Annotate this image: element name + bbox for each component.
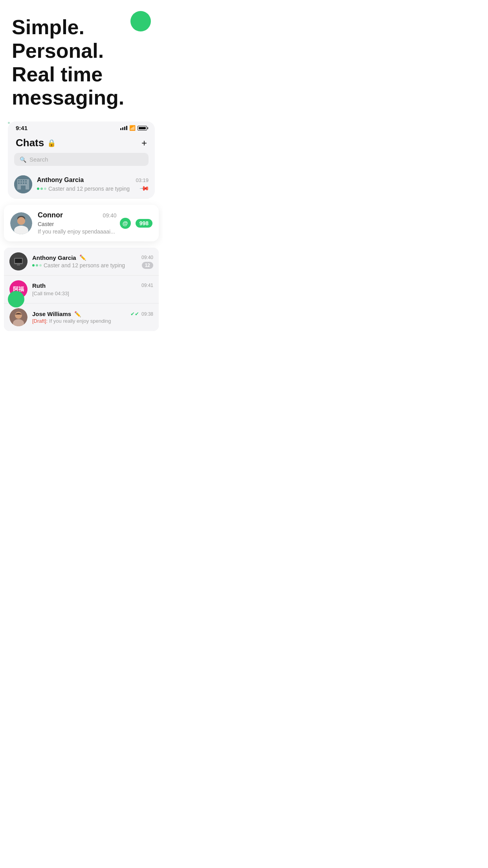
svg-rect-6 bbox=[18, 182, 20, 184]
hero-line1: Simple. bbox=[12, 16, 151, 39]
draft-preview: If you really enjoy spending bbox=[49, 318, 111, 324]
chats-title: Chats bbox=[16, 137, 44, 149]
chats-title-row: Chats 🔒 bbox=[16, 137, 56, 149]
inner-info-jose: Jose Williams ✏️ ✔✔ 09:38 [Draft]: If yo… bbox=[32, 311, 153, 324]
at-badge: @ bbox=[120, 218, 131, 229]
inner-name-ruth: Ruth bbox=[32, 282, 46, 289]
svg-rect-7 bbox=[20, 182, 22, 184]
typing-dot-2 bbox=[40, 188, 43, 190]
search-bar[interactable]: 🔍 Search bbox=[14, 153, 149, 166]
name-edit-group: Anthony Garcia ✏️ bbox=[32, 254, 86, 261]
pin-icon: 📌 bbox=[139, 183, 150, 194]
signal-icon bbox=[120, 126, 127, 130]
green-circle-bottom-left bbox=[8, 291, 24, 307]
hero-section: Simple. Personal. Real time messaging. bbox=[0, 0, 163, 118]
inner-info-ruth: Ruth 09:41 [Call time 04:33] bbox=[32, 282, 153, 297]
typing-text: Caster and 12 persons are typing bbox=[48, 186, 130, 192]
typing-indicator: Caster and 12 persons are typing bbox=[37, 186, 130, 192]
count-badge: 998 bbox=[136, 219, 152, 228]
svg-rect-19 bbox=[15, 259, 22, 263]
featured-card-connor[interactable]: Connor 09:40 Caster If you really enjoy … bbox=[4, 205, 159, 241]
new-chat-button[interactable]: + bbox=[141, 138, 147, 149]
chat-time-anthony-inner: 03:19 bbox=[136, 177, 149, 183]
typing-indicator-anthony: Caster and 12 persons are typing bbox=[32, 262, 125, 268]
hero-line3: Real time messaging. bbox=[12, 63, 151, 110]
list-item-jose[interactable]: Jose Williams ✏️ ✔✔ 09:38 [Draft]: If yo… bbox=[4, 303, 159, 331]
list-item-ruth[interactable]: 阿福 Ruth 09:41 [Call time 04:33] bbox=[4, 276, 159, 303]
typing-dot-a2 bbox=[36, 264, 38, 267]
svg-rect-5 bbox=[25, 180, 27, 182]
battery-icon bbox=[138, 126, 147, 131]
edit-icon-anthony: ✏️ bbox=[79, 254, 86, 261]
green-dot-top bbox=[130, 11, 151, 31]
inner-time-anthony: 09:40 bbox=[141, 255, 153, 260]
avatar-anthony-inner bbox=[14, 175, 32, 193]
card-sub-connor: Caster bbox=[38, 221, 117, 227]
wifi-icon: 📶 bbox=[129, 125, 136, 131]
draft-label: [Draft]: bbox=[32, 318, 48, 324]
chat-item-inner-anthony[interactable]: Anthony Garcia 03:19 Caster and 12 perso… bbox=[8, 171, 155, 199]
status-icons: 📶 bbox=[120, 125, 147, 131]
svg-rect-3 bbox=[20, 180, 22, 182]
inner-name-jose: Jose Williams bbox=[32, 311, 71, 317]
card-info-connor: Connor 09:40 Caster If you really enjoy … bbox=[38, 211, 117, 235]
avatar-jose bbox=[9, 308, 28, 326]
status-time: 9:41 bbox=[16, 125, 28, 131]
inner-name-row-jose: Jose Williams ✏️ ✔✔ 09:38 bbox=[32, 311, 153, 317]
svg-rect-8 bbox=[23, 182, 24, 184]
svg-rect-10 bbox=[21, 186, 26, 189]
typing-dot-a1 bbox=[32, 264, 35, 267]
svg-rect-2 bbox=[18, 180, 20, 182]
search-icon: 🔍 bbox=[20, 156, 26, 163]
search-placeholder: Search bbox=[29, 156, 48, 163]
typing-dot-1 bbox=[37, 188, 39, 190]
inner-preview-ruth: [Call time 04:33] bbox=[32, 291, 69, 296]
status-bar: 9:41 📶 bbox=[8, 121, 155, 133]
inner-time-jose: 09:38 bbox=[141, 311, 153, 317]
inner-name-row-anthony: Anthony Garcia ✏️ 09:40 bbox=[32, 254, 153, 261]
svg-rect-9 bbox=[25, 182, 27, 184]
inner-time-ruth: 09:41 bbox=[141, 283, 153, 288]
chat-info-anthony-inner: Anthony Garcia 03:19 Caster and 12 perso… bbox=[37, 177, 149, 192]
avatar-connor bbox=[10, 212, 32, 234]
card-preview-connor: If you really enjoy spendaaaai... bbox=[38, 228, 115, 235]
badge-count-anthony: 12 bbox=[142, 262, 153, 269]
name-edit-group-jose: Jose Williams ✏️ bbox=[32, 311, 81, 317]
typing-dot-3 bbox=[44, 188, 46, 190]
card-time-connor: 09:40 bbox=[103, 212, 117, 219]
time-check-row: ✔✔ 09:38 bbox=[130, 311, 153, 317]
chats-header: Chats 🔒 + bbox=[8, 133, 155, 153]
svg-rect-4 bbox=[23, 180, 24, 182]
inner-name-anthony: Anthony Garcia bbox=[32, 254, 76, 261]
lock-icon: 🔒 bbox=[47, 139, 56, 147]
chat-preview-row: Caster and 12 persons are typing 📌 bbox=[37, 185, 149, 192]
avatar-anthony-list bbox=[9, 252, 28, 270]
svg-point-22 bbox=[15, 312, 22, 319]
chat-name-anthony-inner: Anthony Garcia bbox=[37, 177, 84, 184]
draft-row: [Draft]: If you really enjoy spending bbox=[32, 318, 153, 324]
list-item-anthony[interactable]: Anthony Garcia ✏️ 09:40 Caster and 12 pe… bbox=[4, 248, 159, 276]
typing-dot-a3 bbox=[39, 264, 42, 267]
typing-text-anthony: Caster and 12 persons are typing bbox=[44, 262, 125, 268]
card-name-row-connor: Connor 09:40 bbox=[38, 211, 117, 219]
inner-info-anthony: Anthony Garcia ✏️ 09:40 Caster and 12 pe… bbox=[32, 254, 153, 269]
svg-point-15 bbox=[17, 217, 25, 225]
phone-mockup: 9:41 📶 Chats 🔒 + bbox=[8, 121, 155, 199]
inner-chat-list: Anthony Garcia ✏️ 09:40 Caster and 12 pe… bbox=[4, 248, 159, 331]
svg-rect-20 bbox=[17, 265, 20, 265]
chat-name-row: Anthony Garcia 03:19 bbox=[37, 177, 149, 184]
hero-line2: Personal. bbox=[12, 39, 151, 63]
card-name-connor: Connor bbox=[38, 211, 63, 219]
double-check-icon: ✔✔ bbox=[130, 311, 139, 317]
inner-name-row-ruth: Ruth 09:41 bbox=[32, 282, 153, 289]
edit-icon-jose: ✏️ bbox=[74, 311, 81, 317]
